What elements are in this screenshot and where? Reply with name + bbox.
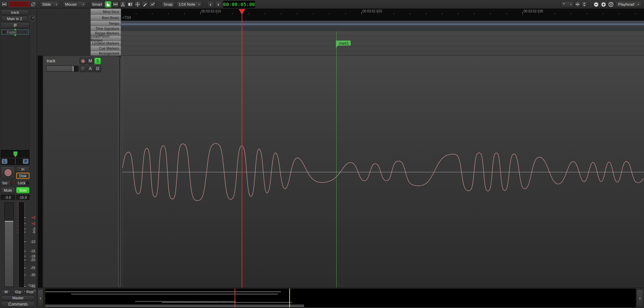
marker-filter-dropdown[interactable]: *▾	[561, 1, 574, 8]
ruler-loop-punch-ranges[interactable]	[121, 36, 644, 41]
time-tick	[426, 13, 426, 14]
ruler-range-markers[interactable]	[121, 31, 644, 36]
meter-minor-tick	[24, 255, 25, 255]
ruler-label-arrangement[interactable]: Arrangement	[91, 51, 121, 56]
playhead-line[interactable]	[242, 9, 242, 288]
tool-region-drag-button[interactable]	[127, 1, 134, 8]
processor-box[interactable]: Fader	[1, 29, 30, 150]
ruler-label-location-markers[interactable]: Location Markers	[91, 41, 121, 46]
record-enable-button[interactable]	[1, 166, 15, 179]
header-canvas-splitter[interactable]	[118, 57, 121, 287]
summary-playhead-line[interactable]	[235, 289, 235, 307]
group-button[interactable]: Grp	[12, 290, 24, 294]
tempo-curve-line[interactable]	[121, 24, 644, 24]
summary-scroll-left-button[interactable]: ‹	[38, 289, 43, 307]
gain-fader[interactable]	[4, 202, 14, 287]
track-group-button[interactable]: G	[94, 65, 101, 72]
zoom-out-button[interactable]	[593, 1, 599, 8]
summary-scroll-right-button[interactable]: ›	[637, 289, 643, 307]
time-tick	[152, 13, 152, 14]
level-meter[interactable]	[19, 202, 24, 287]
mute-button[interactable]: Mute	[1, 187, 15, 193]
ruler-label-time-signature[interactable]: Time Signature	[91, 26, 121, 31]
track-solo-button[interactable]: S	[94, 58, 101, 64]
meter-mark-label: -30	[26, 273, 35, 277]
summary-view-start-line[interactable]	[45, 289, 45, 307]
zoom-focus-button[interactable]	[575, 1, 581, 8]
ruler-label-cue-markers[interactable]: Cue Markers	[91, 46, 121, 51]
phase-invert-button[interactable]: Ø	[1, 22, 30, 28]
editor-mixer-toggle-button[interactable]	[1, 1, 8, 7]
ruler-label-mins-secs[interactable]: Mins:Secs	[91, 9, 121, 15]
ruler-label-tempo[interactable]: Tempo	[91, 21, 121, 26]
smart-mode-button[interactable]: Smart	[91, 1, 103, 8]
trim-knob[interactable]	[29, 15, 36, 22]
strip-input-button[interactable]: Main In 2	[1, 16, 28, 21]
snap-toggle-button[interactable]: Snap	[161, 1, 175, 8]
ruler-label-loop-punch-ranges[interactable]: Loop/Punch Ranges	[91, 36, 121, 41]
transport-clock[interactable]: 00:00:05:00	[223, 1, 255, 8]
solo-lock-button[interactable]: Lock	[16, 180, 30, 186]
tool-range-button[interactable]	[112, 1, 119, 8]
track-header[interactable]: track M S P A G	[43, 56, 118, 288]
ruler-mins-secs[interactable]: 00:03:52.61000:03:52.62000:03:52.630	[121, 9, 644, 15]
selection-handle	[14, 29, 16, 30]
ruler-arrangement[interactable]	[121, 51, 644, 56]
ruler-label-bars-beats[interactable]: Bars:Beats	[91, 15, 121, 21]
peak-display[interactable]: -15.9	[16, 195, 30, 200]
nudge-forward-button[interactable]: ›	[215, 1, 222, 8]
summary-view-end-line[interactable]	[289, 289, 290, 307]
mouse-mode-dropdown[interactable]: Mouse▾	[63, 1, 86, 8]
strip-track-name-button[interactable]: track	[1, 9, 30, 15]
tool-draw-button[interactable]	[142, 1, 148, 8]
nudge-back-button[interactable]: ‹	[207, 1, 214, 8]
fader-position-button[interactable]: Post	[25, 290, 35, 294]
track-automation-button[interactable]: A	[87, 65, 94, 72]
processor-led[interactable]	[3, 31, 5, 34]
edit-mode-dropdown[interactable]: Slide▾	[40, 1, 59, 8]
editor-summary[interactable]	[44, 289, 636, 307]
location-marker-flag[interactable]: mark1	[336, 41, 351, 46]
ruler-bars-beats[interactable]: <72|4	[121, 15, 644, 21]
zoom-in-button[interactable]	[600, 1, 607, 8]
chevron-down-icon: ▾	[56, 3, 57, 6]
pan-right-button[interactable]: R	[23, 159, 29, 164]
time-tick	[361, 12, 362, 14]
ruler-location-markers[interactable]	[121, 41, 644, 46]
tool-move-button[interactable]	[134, 1, 141, 8]
summary-region-split	[192, 302, 192, 303]
grid-unit-dropdown[interactable]: 1/16 Note▾	[176, 1, 202, 8]
track-gain-slider[interactable]	[46, 66, 79, 72]
ruler-time-signature[interactable]	[121, 26, 644, 31]
ruler-cue-markers[interactable]	[121, 46, 644, 51]
meter-minor-tick	[24, 271, 25, 271]
track-record-button[interactable]	[80, 58, 86, 64]
zoom-to-session-button[interactable]	[607, 1, 614, 8]
location-marker-line[interactable]	[336, 32, 337, 288]
solo-isolate-button[interactable]: Iso	[1, 180, 15, 186]
gain-display[interactable]: -0.0	[1, 195, 15, 200]
output-master-button[interactable]: Master	[1, 295, 35, 300]
comments-button[interactable]: Comments	[1, 301, 35, 307]
playhead-head[interactable]	[239, 9, 245, 15]
monitor-input-button[interactable]: In	[16, 166, 30, 172]
zoom-focus-dropdown[interactable]: Playhead▾	[616, 1, 641, 8]
slider-handle[interactable]	[73, 66, 73, 71]
tool-cut-button[interactable]	[119, 1, 126, 8]
tool-automation-button[interactable]	[149, 1, 156, 8]
processor-fader-entry[interactable]: Fader	[1, 29, 29, 35]
error-alert-indicator[interactable]	[9, 1, 29, 7]
meter-minor-tick	[24, 284, 25, 285]
monitor-disk-button[interactable]: Disk	[16, 173, 30, 179]
solo-button[interactable]: Solo	[16, 187, 30, 193]
track-name-label[interactable]: track	[47, 59, 55, 63]
track-mute-button[interactable]: M	[87, 58, 94, 64]
track-canvas[interactable]	[121, 56, 644, 288]
pan-left-button[interactable]: L	[2, 159, 7, 164]
tool-grab-button[interactable]	[105, 1, 111, 8]
pan-position-marker[interactable]	[13, 151, 17, 157]
expand-tracks-button[interactable]	[581, 1, 587, 8]
track-playlist-button[interactable]: P	[80, 65, 86, 72]
ruler-tempo[interactable]	[121, 21, 644, 26]
metering-point-button[interactable]: M	[1, 290, 11, 294]
